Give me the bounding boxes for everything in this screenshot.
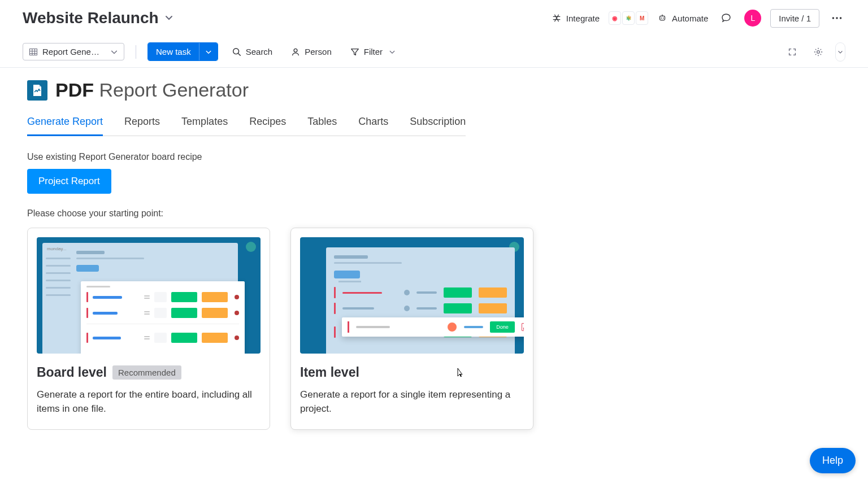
integrate-icon	[552, 13, 562, 23]
filter-icon	[350, 47, 360, 57]
automate-label: Automate	[672, 14, 708, 23]
svg-point-1	[661, 18, 662, 19]
more-menu-button[interactable]	[828, 10, 845, 27]
svg-point-7	[233, 48, 238, 54]
card-board-title: Board level Recommended	[37, 365, 261, 380]
automate-button[interactable]: Automate	[657, 13, 708, 23]
tab-charts[interactable]: Charts	[358, 116, 388, 136]
pdf-app-logo-icon	[27, 80, 47, 101]
card-board-desc: Generate a report for the entire board, …	[37, 388, 261, 416]
more-icon	[831, 12, 843, 24]
new-task-button[interactable]: New task	[147, 42, 218, 61]
chevron-down-icon	[389, 49, 396, 55]
card-board-level[interactable]: monday... Board level Recomm	[27, 228, 270, 430]
search-button[interactable]: Search	[227, 43, 277, 60]
person-icon	[290, 47, 301, 57]
filter-button[interactable]: Filter	[345, 43, 400, 60]
tab-recipes[interactable]: Recipes	[249, 116, 286, 136]
integrate-label: Integrate	[566, 14, 600, 23]
recipe-prompt: Use existing Report Generator board reci…	[27, 152, 841, 162]
card-item-title: Item level	[300, 365, 524, 380]
table-icon	[29, 47, 38, 56]
separator	[136, 45, 136, 59]
tab-subscription[interactable]: Subscription	[410, 116, 466, 136]
new-task-label[interactable]: New task	[148, 43, 199, 60]
svg-point-8	[294, 49, 297, 52]
view-label: Report Gene…	[42, 47, 106, 56]
chat-icon	[721, 12, 732, 24]
new-task-dropdown[interactable]	[199, 43, 218, 60]
person-button[interactable]: Person	[286, 43, 336, 60]
chat-button[interactable]	[717, 9, 735, 27]
svg-point-3	[832, 17, 835, 19]
avatar[interactable]: L	[744, 10, 761, 27]
slack-icon: ✱	[622, 11, 635, 25]
automate-icon	[657, 13, 667, 23]
help-button[interactable]: Help	[810, 448, 856, 473]
chevron-down-icon	[164, 14, 173, 23]
svg-point-5	[840, 17, 842, 19]
search-icon	[232, 47, 242, 57]
board-title-text: Website Relaunch	[23, 9, 159, 27]
integration-mini-icons[interactable]: ◉ ✱ M	[609, 11, 648, 25]
svg-rect-6	[30, 49, 37, 55]
board-level-preview: monday...	[37, 237, 261, 354]
gear-icon	[813, 47, 823, 57]
tab-templates[interactable]: Templates	[181, 116, 228, 136]
fullscreen-button[interactable]	[783, 43, 801, 61]
svg-rect-0	[660, 16, 665, 20]
expand-icon	[787, 47, 797, 57]
chevron-down-icon	[837, 49, 843, 55]
gmail-icon: M	[636, 11, 648, 25]
board-title[interactable]: Website Relaunch	[23, 9, 173, 27]
card-item-desc: Generate a report for a single item repr…	[300, 388, 524, 416]
app-title: PDF Report Generator	[27, 79, 841, 101]
project-report-button[interactable]: Project Report	[27, 169, 111, 194]
recommended-badge: Recommended	[112, 365, 181, 380]
tab-reports[interactable]: Reports	[124, 116, 160, 136]
card-item-level[interactable]: Done Item level Generate a report for a …	[290, 228, 533, 430]
tab-generate-report[interactable]: Generate Report	[27, 116, 103, 136]
settings-button[interactable]	[809, 43, 827, 61]
view-selector[interactable]: Report Gene…	[23, 43, 124, 60]
chevron-down-icon	[110, 48, 118, 56]
tab-bar: Generate Report Reports Templates Recipe…	[27, 116, 466, 136]
svg-point-2	[663, 18, 664, 19]
integrate-button[interactable]: Integrate	[552, 13, 600, 23]
tab-tables[interactable]: Tables	[307, 116, 337, 136]
choose-prompt: Please choose your starting point:	[27, 208, 841, 219]
svg-point-9	[817, 50, 820, 53]
svg-point-4	[836, 17, 838, 19]
item-level-preview: Done	[300, 237, 524, 354]
collapse-button[interactable]	[835, 42, 845, 62]
monday-icon: ◉	[609, 11, 621, 25]
chevron-down-icon	[205, 49, 212, 55]
invite-button[interactable]: Invite / 1	[770, 9, 819, 28]
